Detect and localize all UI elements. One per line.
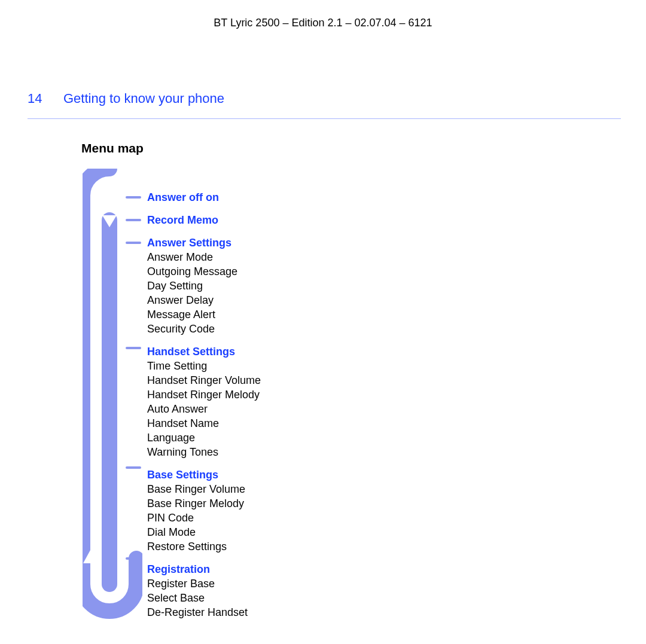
menu-items: Answer off on Record Memo Answer Setting…	[147, 169, 446, 628]
menu-item: Select Base	[147, 591, 446, 605]
branch-connector	[126, 242, 141, 244]
menu-group: Answer off on	[147, 190, 446, 205]
menu-group: Answer Settings Answer Mode Outgoing Mes…	[147, 236, 446, 336]
horizontal-rule	[28, 118, 621, 119]
menu-item: Auto Answer	[147, 402, 446, 416]
branch-connector	[126, 557, 141, 560]
menu-item: Language	[147, 431, 446, 445]
menu-item: Security Code	[147, 322, 446, 336]
menu-item: Warning Tones	[147, 445, 446, 459]
menu-map-graphic: Answer off on Record Memo Answer Setting…	[83, 169, 561, 623]
menu-item: Answer Mode	[147, 250, 446, 264]
menu-item: Day Setting	[147, 279, 446, 293]
menu-item: Handset Ringer Volume	[147, 373, 446, 387]
menu-item: Base Ringer Melody	[147, 496, 446, 511]
menu-group: Base Settings Base Ringer Volume Base Ri…	[147, 468, 446, 554]
menu-group: Handset Settings Time Setting Handset Ri…	[147, 344, 446, 459]
branch-connector	[126, 196, 141, 199]
menu-heading: Answer off on	[147, 190, 446, 205]
branch-connector	[126, 466, 141, 469]
menu-heading: Answer Settings	[147, 236, 446, 250]
menu-map-heading: Menu map	[81, 141, 144, 155]
menu-item: Handset Name	[147, 416, 446, 431]
menu-item: Answer Delay	[147, 293, 446, 307]
page: BT Lyric 2500 – Edition 2.1 – 02.07.04 –…	[0, 0, 646, 644]
branch-connector	[126, 347, 141, 349]
menu-heading: Handset Settings	[147, 344, 446, 359]
menu-item: Base Ringer Volume	[147, 482, 446, 496]
menu-heading: Base Settings	[147, 468, 446, 482]
page-number: 14	[28, 91, 42, 106]
menu-heading: Record Memo	[147, 213, 446, 227]
menu-item: De-Register Handset	[147, 605, 446, 619]
section-title: Getting to know your phone	[63, 91, 224, 106]
menu-item: Dial Mode	[147, 525, 446, 539]
menu-item: Outgoing Message	[147, 264, 446, 279]
menu-group: Record Memo	[147, 213, 446, 227]
menu-item: Restore Settings	[147, 539, 446, 554]
menu-group: Registration Register Base Select Base D…	[147, 562, 446, 619]
menu-item: Handset Ringer Melody	[147, 387, 446, 402]
header-line: BT Lyric 2500 – Edition 2.1 – 02.07.04 –…	[0, 17, 646, 29]
loop-icon	[83, 169, 142, 623]
menu-heading: Registration	[147, 562, 446, 576]
menu-item: Register Base	[147, 576, 446, 591]
menu-item: Message Alert	[147, 307, 446, 322]
branch-connector	[126, 219, 141, 221]
menu-item: PIN Code	[147, 511, 446, 525]
menu-item: Time Setting	[147, 359, 446, 373]
